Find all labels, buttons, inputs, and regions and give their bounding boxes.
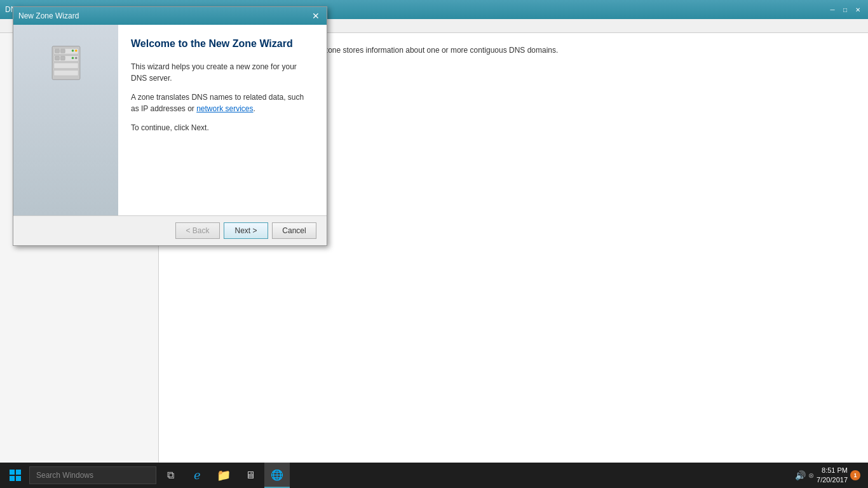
wizard-dialog: New Zone Wizard ✕ (13, 6, 327, 246)
svg-point-12 (75, 57, 78, 59)
server-manager-button[interactable]: 🖥 (238, 463, 263, 488)
svg-rect-3 (53, 63, 78, 69)
network-services-link[interactable]: network services (196, 104, 253, 113)
task-view-button[interactable]: ⧉ (158, 463, 183, 488)
wizard-dialog-title: New Zone Wizard (18, 11, 79, 20)
back-button[interactable]: < Back (175, 222, 220, 239)
dns-manager-button[interactable]: 🌐 (264, 463, 290, 488)
server-icon (41, 37, 92, 88)
notification-badge[interactable]: 1 (850, 470, 860, 480)
task-view-icon: ⧉ (163, 468, 178, 483)
ie-button[interactable]: ℯ (184, 463, 210, 488)
svg-rect-13 (10, 470, 15, 475)
svg-point-9 (71, 50, 74, 52)
folder-icon: 📁 (216, 468, 231, 483)
file-explorer-button[interactable]: 📁 (211, 463, 236, 488)
bg-close-button[interactable]: ✕ (853, 4, 863, 15)
bg-titlebar-controls: ─ □ ✕ (827, 4, 863, 15)
svg-rect-15 (10, 476, 15, 481)
taskbar-search-box[interactable]: Search Windows (29, 466, 156, 484)
windows-logo-icon (9, 469, 22, 482)
wizard-body: Welcome to the New Zone Wizard This wiza… (118, 25, 327, 215)
wizard-titlebar: New Zone Wizard ✕ (13, 7, 327, 25)
wizard-banner (13, 25, 118, 215)
clock-time: 8:51 PM (817, 466, 848, 475)
volume-icon: ⊗ (808, 471, 814, 480)
bg-minimize-button[interactable]: ─ (827, 4, 837, 15)
server-manager-icon: 🖥 (243, 468, 258, 483)
svg-rect-6 (60, 49, 65, 53)
taskbar-clock[interactable]: 8:51 PM 7/20/2017 (817, 466, 848, 485)
server-svg-image (44, 41, 88, 85)
search-placeholder: Search Windows (36, 471, 93, 480)
systray: 🔊 ⊗ (795, 470, 814, 480)
svg-rect-7 (55, 57, 59, 60)
svg-rect-16 (16, 476, 21, 481)
network-icon: 🔊 (795, 470, 806, 480)
svg-rect-5 (55, 49, 59, 53)
clock-date: 7/20/2017 (817, 475, 848, 485)
next-button[interactable]: Next > (224, 222, 268, 239)
wizard-para2: A zone translates DNS names to related d… (131, 92, 314, 114)
cancel-button[interactable]: Cancel (272, 222, 316, 239)
wizard-content: Welcome to the New Zone Wizard This wiza… (13, 25, 327, 215)
wizard-footer: < Back Next > Cancel (13, 215, 327, 245)
wizard-para1: This wizard helps you create a new zone … (131, 61, 314, 84)
taskbar-right: 🔊 ⊗ 8:51 PM 7/20/2017 1 (795, 466, 865, 485)
svg-rect-4 (53, 70, 78, 76)
svg-rect-14 (16, 470, 21, 475)
bg-maximize-button[interactable]: □ (840, 4, 850, 15)
svg-rect-8 (60, 57, 65, 60)
taskbar: Search Windows ⧉ ℯ 📁 🖥 🌐 🔊 ⊗ 8:51 PM 7/2… (0, 463, 868, 488)
wizard-close-button[interactable]: ✕ (310, 10, 322, 22)
svg-point-10 (75, 50, 78, 52)
start-button[interactable] (3, 463, 28, 488)
wizard-heading: Welcome to the New Zone Wizard (131, 37, 314, 51)
ie-icon: ℯ (189, 468, 205, 483)
wizard-para3: To continue, click Next. (131, 122, 314, 133)
svg-point-11 (71, 57, 74, 59)
dns-icon: 🌐 (269, 467, 285, 482)
